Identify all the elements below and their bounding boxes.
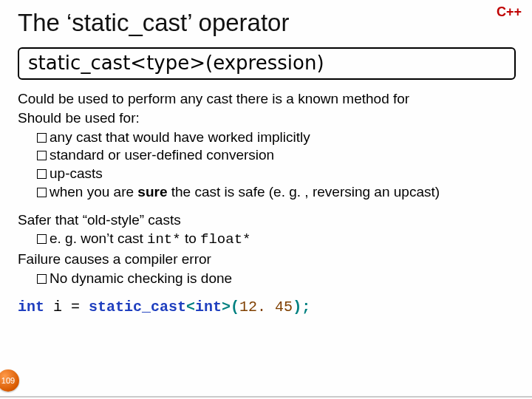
bullet-item: standard or user-defined conversion [37, 146, 517, 164]
page-number-badge: 109 [0, 369, 19, 392]
syntax-box: static_cast<type>(expression) [18, 47, 516, 80]
bullet-item: No dynamic checking is done [37, 270, 517, 287]
body-line: Could be used to perform any cast there … [18, 90, 517, 108]
code-token: >( [222, 299, 239, 316]
code-token-literal: 12. 45 [239, 299, 293, 316]
bullet-text: standard or user-defined conversion [50, 147, 274, 163]
code-token-keyword: static_cast [89, 299, 186, 316]
bullet-item: e. g. won’t cast int* to float* [37, 230, 517, 249]
language-logo: C++ [497, 4, 522, 20]
block: Safer that “old-style” casts e. g. won’t… [18, 211, 517, 287]
page-number: 109 [1, 376, 15, 385]
bullet-code: float* [200, 231, 250, 248]
bullet-text: any cast that would have worked implicit… [50, 129, 310, 145]
bullet-text: to [181, 231, 200, 246]
code-token-type: int [18, 299, 44, 316]
bullet-text: e. g. won’t cast [50, 231, 147, 246]
bullet-text: the cast is safe (e. g. , reversing an u… [168, 184, 440, 200]
bullet-text: No dynamic checking is done [50, 270, 232, 286]
bullet-group-1: any cast that would have worked implicit… [37, 129, 517, 201]
bullet-item: any cast that would have worked implicit… [37, 129, 517, 146]
bullet-group-2: e. g. won’t cast int* to float* [37, 230, 517, 249]
code-token: < [186, 299, 195, 316]
body-line: Failure causes a compiler error [18, 250, 517, 268]
body-line: Safer that “old-style” casts [18, 211, 517, 229]
bullet-text: up-casts [50, 166, 103, 181]
bullet-code: int* [147, 231, 181, 248]
bullet-item: when you are sure the cast is safe (e. g… [37, 183, 517, 201]
slide-title: The ‘static_cast’ operator [18, 9, 517, 37]
bullet-text-bold: sure [137, 184, 167, 200]
slide-body: Could be used to perform any cast there … [18, 90, 517, 316]
code-token-type: int [195, 299, 222, 316]
slide: C++ The ‘static_cast’ operator static_ca… [0, 0, 532, 398]
code-token: i = [44, 299, 89, 316]
code-example: int i = static_cast<int>(12. 45); [18, 298, 517, 316]
body-line: Should be used for: [18, 109, 517, 127]
bullet-text: when you are [50, 184, 137, 200]
bullet-item: up-casts [37, 165, 517, 183]
bullet-group-3: No dynamic checking is done [37, 270, 517, 287]
code-token: ); [293, 299, 310, 316]
syntax-text: static_cast<type>(expression) [28, 52, 324, 74]
